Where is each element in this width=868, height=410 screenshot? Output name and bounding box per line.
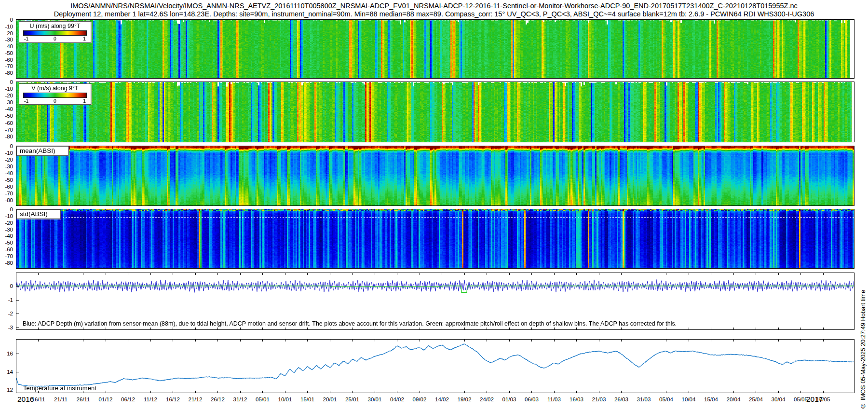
x-tick-mark (689, 273, 689, 275)
x-tick-mark (285, 328, 285, 329)
depth-tick-label: -50 (5, 50, 13, 56)
mean-absi-heatmap (16, 146, 854, 205)
v-cbar-tick-min: -1 (24, 98, 28, 104)
x-tick-label: 30/04 (772, 396, 786, 402)
x-tick-label: 31/03 (637, 396, 651, 402)
x-tick-mark (262, 340, 263, 342)
x-tick-mark (150, 328, 151, 329)
depth-tick-label: -40 (5, 106, 13, 112)
u-legend-title: U (m/s) along 99°T (19, 23, 91, 30)
x-tick-label: 25/04 (749, 396, 763, 402)
panel-u-velocity: 0-10-20-30-40-50-60-70-80 U (m/s) along … (16, 19, 854, 79)
y-tick-mark (16, 286, 19, 287)
x-tick-label: 21/12 (189, 396, 203, 402)
x-axis: 2016 2017 16/1121/1126/1101/1206/1211/12… (0, 395, 868, 406)
x-tick-mark (464, 328, 465, 329)
x-tick-mark (217, 328, 218, 329)
x-tick-mark (217, 273, 218, 275)
x-tick-mark (285, 340, 285, 342)
x-tick-label: 26/11 (77, 396, 90, 402)
title-line-1: IMOS/ANMN/NRS/NRSMAI/Velocity/IMOS_ANMN-… (0, 2, 868, 10)
x-tick-mark (599, 340, 599, 342)
figure-root: IMOS/ANMN/NRS/NRSMAI/Velocity/IMOS_ANMN-… (0, 0, 868, 410)
depth-tick-label: -40 (5, 233, 13, 239)
x-tick-mark (173, 273, 173, 275)
depth-tick-label: -80 (5, 70, 13, 76)
x-tick-mark (733, 328, 734, 329)
y-tick-label: 12 (7, 387, 13, 393)
y-tick-mark (16, 300, 19, 301)
x-tick-mark (195, 328, 196, 329)
x-tick-mark (330, 328, 330, 329)
v-colorbar-legend: V (m/s) along 9°T -1 0 1 (19, 83, 91, 105)
x-tick-mark (106, 273, 106, 275)
x-tick-mark (778, 391, 779, 393)
mean-absi-label: mean(ABSI) (16, 146, 68, 156)
x-tick-mark (756, 391, 756, 393)
x-tick-mark (599, 391, 599, 393)
x-tick-mark (666, 328, 666, 329)
x-tick-label: 31/12 (233, 396, 247, 402)
x-tick-label: 11/03 (547, 396, 561, 402)
x-tick-mark (285, 391, 285, 393)
panel-depth-variation: 0-1-2-3 Blue: ADCP Depth (m) variation f… (16, 273, 854, 330)
depth-tick-label: -40 (5, 170, 13, 176)
x-tick-mark (644, 328, 644, 329)
x-tick-label: 14/02 (435, 396, 449, 402)
x-tick-mark (106, 340, 106, 342)
x-tick-mark (644, 391, 644, 393)
panel-std-absi: 0-10-20-30-40-50-60-70-80 std(ABSI) (16, 209, 854, 269)
x-tick-mark (397, 273, 397, 275)
x-tick-mark (800, 273, 801, 275)
x-tick-mark (307, 340, 308, 342)
depth-tick-label: -50 (5, 240, 13, 246)
x-tick-label: 16/12 (166, 396, 180, 402)
x-tick-mark (420, 391, 420, 393)
x-tick-mark (397, 340, 397, 342)
depth-tick-label: -20 (5, 93, 13, 98)
temperature-plot (16, 340, 854, 393)
depth-tick-label: -60 (5, 57, 13, 63)
x-tick-mark (689, 328, 689, 329)
std-absi-label: std(ABSI) (16, 209, 61, 219)
x-tick-mark (711, 340, 711, 342)
depth-tick-label: -30 (5, 37, 13, 42)
temperature-label: Temperature at instrument (23, 384, 96, 392)
x-tick-mark (106, 391, 106, 393)
x-tick-label: 20/04 (727, 396, 741, 402)
depth-tick-label: -20 (5, 220, 13, 226)
depth-tick-label: -10 (5, 86, 13, 92)
depth-tick-label: -30 (5, 164, 13, 169)
x-tick-mark (711, 328, 711, 329)
u-colorbar-legend: U (m/s) along 99°T -1 0 1 (19, 21, 91, 42)
x-tick-mark (599, 328, 599, 329)
x-tick-mark (733, 340, 734, 342)
x-tick-mark (420, 340, 420, 342)
y-tick-label: -3 (8, 325, 13, 330)
depth-tick-label: -10 (5, 213, 13, 219)
y-tick-mark (16, 390, 19, 390)
x-tick-mark (621, 340, 622, 342)
x-tick-mark (173, 340, 173, 342)
x-tick-mark (823, 391, 824, 393)
x-tick-label: 05/05 (794, 396, 808, 402)
x-tick-mark (38, 340, 39, 342)
x-tick-label: 06/03 (525, 396, 539, 402)
x-tick-label: 05/04 (659, 396, 673, 402)
x-tick-mark (464, 391, 465, 393)
x-tick-mark (240, 273, 241, 275)
x-tick-mark (38, 391, 39, 393)
x-tick-mark (621, 391, 622, 393)
x-tick-mark (307, 391, 308, 393)
v-cbar-tick-mid: 0 (54, 98, 56, 104)
x-tick-mark (554, 340, 555, 342)
x-tick-mark (576, 391, 577, 393)
x-tick-mark (576, 273, 577, 275)
x-tick-mark (128, 328, 128, 329)
x-tick-mark (61, 273, 61, 275)
depth-tick-label: -30 (5, 227, 13, 232)
x-tick-mark (487, 328, 487, 329)
x-tick-label: 21/11 (54, 396, 68, 402)
x-tick-mark (689, 340, 689, 342)
x-tick-mark (464, 340, 465, 342)
